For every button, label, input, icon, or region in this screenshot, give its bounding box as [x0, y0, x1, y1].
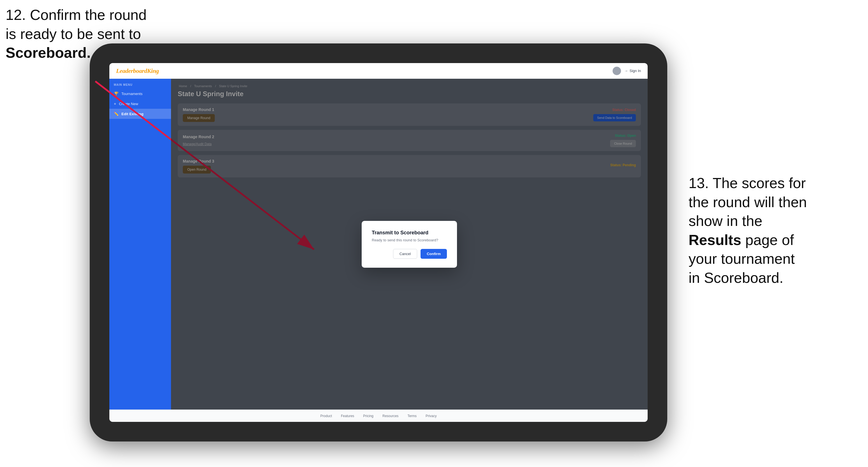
annotation-line1: 12. Confirm the round	[6, 7, 147, 23]
modal-overlay[interactable]: Transmit to Scoreboard Ready to send thi…	[171, 79, 648, 409]
annotation-line3: Scoreboard.	[6, 44, 91, 61]
logo-accent: King	[147, 67, 159, 74]
sidebar: MAIN MENU 🏆 Tournaments + Create New ✏️ …	[109, 79, 171, 409]
signin-label: Sign In	[630, 69, 641, 73]
footer-link-product[interactable]: Product	[320, 414, 332, 418]
transmit-scoreboard-modal: Transmit to Scoreboard Ready to send thi…	[362, 221, 457, 268]
avatar	[613, 67, 621, 75]
top-bar-right: → Sign In	[613, 67, 641, 75]
footer-link-features[interactable]: Features	[341, 414, 354, 418]
top-navigation-bar: LeaderboardKing → Sign In	[109, 63, 648, 79]
signin-button[interactable]: → Sign In	[624, 69, 641, 73]
modal-subtitle: Ready to send this round to Scoreboard?	[372, 238, 447, 242]
sidebar-item-create-new[interactable]: + Create New	[109, 99, 171, 109]
modal-title: Transmit to Scoreboard	[372, 230, 447, 236]
footer-link-terms[interactable]: Terms	[407, 414, 416, 418]
footer-link-pricing[interactable]: Pricing	[363, 414, 373, 418]
main-layout: MAIN MENU 🏆 Tournaments + Create New ✏️ …	[109, 79, 648, 409]
sidebar-section-label: MAIN MENU	[109, 83, 171, 89]
footer-link-resources[interactable]: Resources	[382, 414, 398, 418]
signin-icon: →	[624, 69, 628, 73]
logo-area: LeaderboardKing	[116, 67, 159, 74]
annotation-right-text: 13. The scores for the round will then s…	[688, 175, 807, 286]
footer-link-privacy[interactable]: Privacy	[426, 414, 436, 418]
sidebar-create-new-label: Create New	[119, 102, 138, 106]
edit-icon: ✏️	[114, 112, 119, 116]
sidebar-edit-existing-label: Edit Existing	[121, 112, 144, 116]
annotation-right: 13. The scores for the round will then s…	[688, 174, 862, 288]
annotation-top: 12. Confirm the round is ready to be sen…	[6, 6, 147, 63]
sidebar-tournaments-label: Tournaments	[121, 92, 143, 96]
trophy-icon: 🏆	[114, 91, 119, 96]
logo-main: Leaderboard	[116, 67, 147, 74]
tablet-device: LeaderboardKing → Sign In MAIN MENU 🏆 To…	[90, 43, 667, 441]
plus-icon: +	[114, 101, 116, 106]
sidebar-item-tournaments[interactable]: 🏆 Tournaments	[109, 89, 171, 99]
modal-buttons: Cancel Confirm	[372, 249, 447, 259]
tablet-screen: LeaderboardKing → Sign In MAIN MENU 🏆 To…	[109, 63, 648, 422]
sidebar-item-edit-existing[interactable]: ✏️ Edit Existing	[109, 109, 171, 119]
modal-cancel-button[interactable]: Cancel	[393, 249, 417, 259]
logo: LeaderboardKing	[116, 67, 159, 74]
modal-confirm-button[interactable]: Confirm	[421, 249, 447, 259]
content-area: Home / Tournaments / State U Spring Invi…	[171, 79, 648, 409]
annotation-line2: is ready to be sent to	[6, 26, 141, 42]
footer: Product Features Pricing Resources Terms…	[109, 409, 648, 422]
